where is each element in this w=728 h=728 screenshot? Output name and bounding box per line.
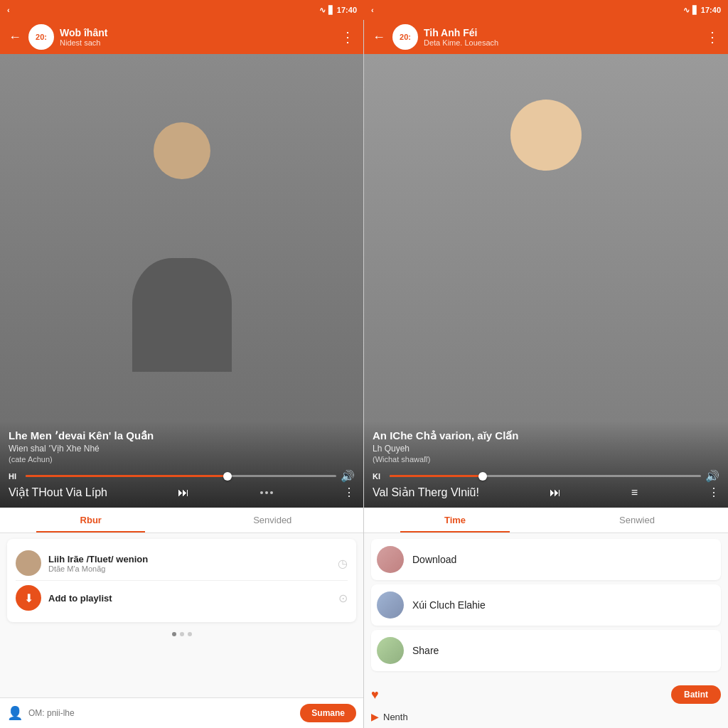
right-topbar-title: Tih Anh Féi	[424, 27, 498, 38]
right-topbar-subtitle: Deta Kime. Louesach	[424, 38, 498, 47]
left-playback-row: HI 🔊	[9, 469, 355, 483]
left-list-card: Liih Irãe /Tluet/ wenion Dtãe M'a Monãg …	[7, 539, 356, 622]
right-playback-row: KI 🔊	[373, 469, 719, 483]
left-ctrl-dot-3	[270, 491, 273, 494]
left-pagination	[7, 628, 356, 641]
right-progress-thumb	[478, 472, 487, 481]
left-list-item-2[interactable]: ⬇ Add to playlist ⊙	[16, 581, 348, 615]
left-dot-2	[180, 632, 184, 636]
right-back-button[interactable]: ←	[373, 30, 385, 45]
left-progress-bar[interactable]	[26, 475, 336, 477]
left-volume-icon[interactable]: 🔊	[341, 469, 355, 483]
left-overlay-sub2: (cate Achun)	[9, 455, 355, 464]
left-overlay-title: Lhe Men ʼdevai Kên' la Quần	[9, 429, 355, 442]
left-tab-senvided[interactable]: Senvided	[182, 508, 364, 532]
right-tab-senwied[interactable]: Senwied	[546, 508, 728, 532]
right-nenth-row[interactable]: ▶ Nenth	[364, 708, 728, 728]
left-item-2-action[interactable]: ⊙	[338, 592, 348, 605]
left-tab-row: Rbur Senvided	[0, 508, 363, 533]
right-xui-label: Xúi Cluch Elahie	[412, 599, 486, 611]
left-dot-1	[172, 632, 176, 636]
right-more-icon[interactable]: ⋮	[705, 28, 719, 46]
right-menu-icon[interactable]: ⋮	[708, 486, 719, 499]
right-tab-time[interactable]: Time	[364, 508, 546, 532]
status-bar: ‹ ∿ ▋ 17:40 ‹ ∿ ▋ 17:40	[0, 0, 728, 20]
right-list-item-download[interactable]: Download	[371, 539, 721, 580]
left-progress-fill	[26, 475, 228, 477]
left-controls-label: Viật THout Via Líph	[9, 486, 107, 499]
right-panel: ← 20: Tih Anh Féi Deta Kime. Louesach ⋮ …	[364, 20, 728, 728]
left-avatar-1	[16, 550, 41, 576]
right-photo-area: An IChe Chả varion, aĭy Clấn Lh Quyeh (W…	[364, 54, 728, 508]
right-list-item-share[interactable]: Share	[371, 630, 721, 671]
right-tab-row: Time Senwied	[364, 508, 728, 533]
right-progress-fill	[390, 475, 483, 477]
right-list-item-xui[interactable]: Xúi Cluch Elahie	[371, 584, 721, 626]
left-item-1-sub: Dtãe M'a Monãg	[48, 564, 331, 573]
right-overlay-title: An IChe Chả varion, aĭy Clấn	[373, 429, 719, 442]
left-item-2-text: Add to playlist	[48, 593, 331, 604]
left-avatar-2: ⬇	[16, 585, 41, 611]
left-list-area: Liih Irãe /Tluet/ wenion Dtãe M'a Monãg …	[0, 533, 363, 697]
right-bottom-panel: Time Senwied Download Xúi Cluch Elahie S…	[364, 508, 728, 728]
left-more-icon[interactable]: ⋮	[341, 28, 355, 46]
right-batint-button[interactable]: Batint	[671, 685, 721, 704]
left-comment-icon: 👤	[7, 705, 23, 721]
left-skip-icon[interactable]: ⏭	[178, 486, 189, 499]
left-dot-3	[188, 632, 192, 636]
right-playback-label: KI	[373, 472, 385, 481]
left-topbar-title: Wob îhânt	[60, 27, 107, 38]
left-ctrl-dots	[260, 491, 273, 494]
left-item-1-text: Liih Irãe /Tluet/ wenion Dtãe M'a Monãg	[48, 554, 331, 573]
time-left: 17:40	[337, 6, 357, 14]
left-comment-input[interactable]	[28, 708, 294, 718]
right-episode-badge: 20:	[392, 24, 418, 50]
right-controls-row: Val Siản Therg Vlniũ! ⏭ ≡ ⋮	[373, 486, 719, 499]
time-right: 17:40	[701, 6, 721, 14]
left-item-1-title: Liih Irãe /Tluet/ wenion	[48, 554, 331, 564]
left-topbar-subtitle: Nidest sach	[60, 38, 107, 47]
left-menu-icon[interactable]: ⋮	[343, 486, 355, 499]
signal-icon-right: ▋	[692, 6, 698, 15]
left-ctrl-dot-2	[265, 491, 268, 494]
wifi-icon-right: ∿	[683, 6, 690, 15]
right-progress-bar[interactable]	[390, 475, 701, 477]
left-back-button[interactable]: ←	[9, 30, 21, 45]
left-controls-row: Viật THout Via Líph ⏭ ⋮	[9, 486, 355, 499]
right-list-icon[interactable]: ≡	[631, 486, 638, 499]
right-heart-icon[interactable]: ♥	[371, 687, 379, 702]
right-topbar: ← 20: Tih Anh Féi Deta Kime. Louesach ⋮	[364, 20, 728, 54]
left-ctrl-dot-1	[260, 491, 263, 494]
signal-icon-left: ▋	[328, 6, 334, 15]
right-play-icon: ▶	[371, 711, 379, 722]
left-photo-overlay: Lhe Men ʼdevai Kên' la Quần Wien shal ʼV…	[0, 421, 363, 508]
right-avatar-share	[377, 637, 404, 664]
right-volume-icon[interactable]: 🔊	[705, 469, 719, 483]
main-split: ← 20: Wob îhânt Nidest sach ⋮ Lhe Men ʼd…	[0, 20, 728, 728]
wifi-icon-left: ∿	[319, 6, 326, 15]
status-bar-right: ‹ ∿ ▋ 17:40	[364, 0, 728, 20]
right-overlay-subtitle: Lh Quyeh	[373, 444, 719, 454]
right-photo-overlay: An IChe Chả varion, aĭy Clấn Lh Quyeh (W…	[364, 421, 728, 508]
right-nenth-label: Nenth	[383, 712, 408, 722]
left-photo-area: Lhe Men ʼdevai Kên' la Quần Wien shal ʼV…	[0, 54, 363, 508]
left-progress-thumb	[223, 472, 232, 481]
right-avatar-xui	[377, 592, 404, 619]
status-bar-left: ‹ ∿ ▋ 17:40	[0, 0, 364, 20]
left-bottom-panel: Rbur Senvided Liih Irãe /Tluet/ wenion D…	[0, 508, 363, 728]
left-item-2-title: Add to playlist	[48, 593, 331, 604]
left-comment-row: 👤 Sumane	[0, 697, 363, 728]
right-controls-label: Val Siản Therg Vlniũ!	[373, 486, 479, 499]
right-skip-icon[interactable]: ⏭	[550, 486, 561, 499]
back-arrow-status-left: ‹	[7, 6, 10, 14]
left-item-1-action[interactable]: ◷	[338, 557, 348, 570]
left-topbar: ← 20: Wob îhânt Nidest sach ⋮	[0, 20, 363, 54]
left-overlay-subtitle: Wien shal ʼVịh Xhe Nhé	[9, 444, 355, 454]
right-avatar-download	[377, 546, 404, 573]
left-playback-label: HI	[9, 472, 21, 481]
right-bottom-row: ♥ Batint	[364, 681, 728, 708]
left-tab-rbur[interactable]: Rbur	[0, 508, 182, 532]
left-episode-badge: 20:	[28, 24, 54, 50]
left-send-button[interactable]: Sumane	[300, 704, 356, 722]
left-list-item-1[interactable]: Liih Irãe /Tluet/ wenion Dtãe M'a Monãg …	[16, 546, 348, 581]
